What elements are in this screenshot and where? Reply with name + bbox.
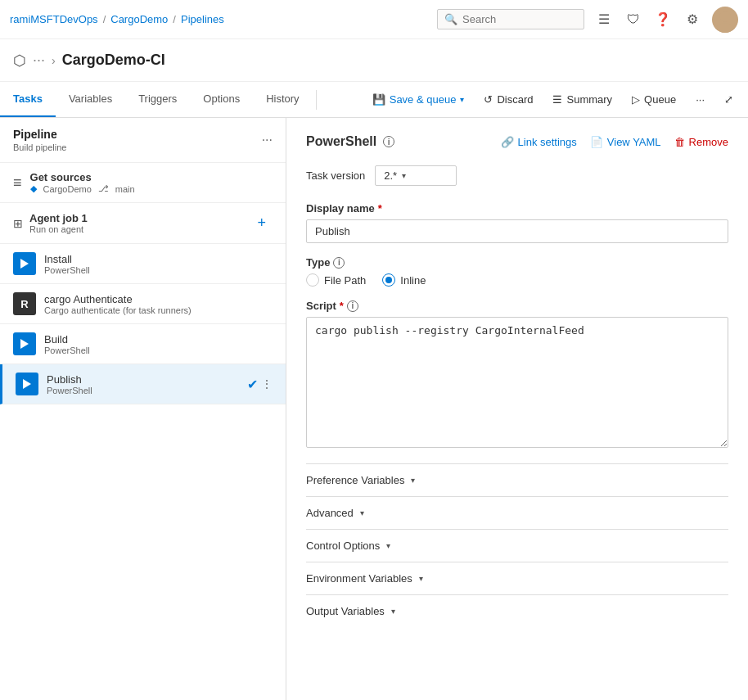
agent-job-left: ⊞ Agent job 1 Run on agent	[13, 212, 88, 234]
remove-button[interactable]: 🗑 Remove	[674, 136, 728, 148]
top-nav-right: 🔍 ☰ 🛡 ❓ ⚙	[437, 7, 738, 33]
breadcrumb-repo[interactable]: CargoDemo	[110, 13, 168, 25]
save-icon: 💾	[372, 93, 385, 106]
cargo-auth-task-icon: R	[13, 292, 36, 315]
script-textarea[interactable]: cargo publish --registry CargoInternalFe…	[306, 317, 728, 448]
page-dots-menu[interactable]: ···	[33, 52, 45, 69]
build-task-icon	[13, 332, 36, 355]
panel-title-info-icon[interactable]: i	[383, 136, 394, 147]
task-item-cargo-authenticate[interactable]: R cargo Authenticate Cargo authenticate …	[0, 284, 286, 324]
list-icon[interactable]: ☰	[594, 10, 614, 29]
radio-inline[interactable]: Inline	[382, 273, 426, 287]
tab-options[interactable]: Options	[190, 82, 253, 117]
panel-title: PowerShell i	[306, 134, 394, 149]
add-task-button[interactable]: +	[250, 211, 273, 235]
radio-file-path-label: File Path	[324, 274, 366, 287]
agent-job-icon: ⊞	[13, 217, 23, 230]
publish-task-label: Publish	[47, 373, 239, 386]
pipeline-dots-menu[interactable]: ···	[262, 133, 273, 147]
help-icon[interactable]: ❓	[653, 10, 673, 29]
output-variables-section[interactable]: Output Variables ▾	[306, 594, 728, 627]
type-radio-group: File Path Inline	[306, 273, 728, 287]
avatar[interactable]	[712, 7, 738, 33]
control-options-section[interactable]: Control Options ▾	[306, 529, 728, 562]
task-item-publish[interactable]: Publish PowerShell ✔ ⋮	[0, 364, 286, 404]
save-and-queue-button[interactable]: 💾 Save & queue ▾	[364, 89, 473, 110]
agent-job-title: Agent job 1	[29, 212, 88, 224]
environment-variables-chevron-icon: ▾	[419, 574, 423, 583]
summary-icon: ☰	[552, 93, 562, 106]
environment-variables-section[interactable]: Environment Variables ▾	[306, 562, 728, 594]
save-and-queue-label: Save & queue	[390, 93, 457, 106]
breadcrumb-sep1: /	[103, 13, 106, 25]
preference-variables-header: Preference Variables ▾	[306, 474, 728, 486]
task-version-select[interactable]: 2.* ▾	[375, 165, 457, 186]
install-task-sublabel: PowerShell	[44, 265, 273, 275]
search-input[interactable]	[462, 13, 577, 25]
build-task-sublabel: PowerShell	[44, 345, 273, 355]
page-header-chevron: ›	[52, 54, 56, 67]
page-title: CargoDemo-CI	[62, 52, 165, 69]
display-name-input[interactable]	[306, 219, 728, 243]
search-box[interactable]: 🔍	[437, 9, 584, 29]
get-sources-label: Get sources	[30, 171, 135, 183]
svg-marker-2	[20, 259, 29, 269]
radio-file-path-circle	[306, 273, 319, 287]
shield-icon[interactable]: 🛡	[624, 10, 643, 29]
task-item-build[interactable]: Build PowerShell	[0, 324, 286, 364]
publish-task-actions: ✔ ⋮	[247, 377, 273, 392]
queue-button[interactable]: ▷ Queue	[624, 89, 684, 110]
sidebar: Pipeline Build pipeline ··· ≡ Get source…	[0, 118, 286, 700]
queue-icon: ▷	[632, 93, 640, 106]
publish-task-sublabel: PowerShell	[47, 386, 239, 395]
remove-icon: 🗑	[674, 136, 685, 148]
type-info-icon[interactable]: i	[333, 257, 345, 269]
discard-button[interactable]: ↺ Discard	[475, 89, 541, 110]
expand-button[interactable]: ⤢	[716, 89, 741, 110]
tab-history[interactable]: History	[253, 82, 312, 117]
install-task-text: Install PowerShell	[44, 253, 273, 275]
script-required: *	[340, 300, 344, 312]
agent-job-header: ⊞ Agent job 1 Run on agent +	[0, 203, 286, 244]
advanced-header: Advanced ▾	[306, 507, 728, 519]
control-options-chevron-icon: ▾	[386, 541, 390, 550]
link-settings-button[interactable]: 🔗 Link settings	[501, 136, 577, 148]
preference-variables-chevron-icon: ▾	[411, 476, 415, 485]
get-sources-branch: main	[115, 184, 135, 194]
summary-button[interactable]: ☰ Summary	[544, 89, 620, 110]
radio-inline-circle	[382, 273, 395, 287]
output-variables-header: Output Variables ▾	[306, 605, 728, 617]
script-info-icon[interactable]: i	[347, 300, 358, 312]
more-button[interactable]: ···	[687, 89, 713, 110]
script-label: Script * i	[306, 300, 728, 312]
radio-inline-label: Inline	[400, 274, 426, 287]
type-label: Type i	[306, 256, 728, 269]
get-sources-item[interactable]: ≡ Get sources ◆ CargoDemo ⎇ main	[0, 163, 286, 203]
task-item-install[interactable]: Install PowerShell	[0, 244, 286, 284]
breadcrumb-pipelines[interactable]: Pipelines	[181, 13, 224, 25]
pipeline-section: Pipeline Build pipeline ···	[0, 118, 286, 163]
tab-bar-left: Tasks Variables Triggers Options History	[0, 82, 313, 117]
agent-job-subtitle: Run on agent	[29, 224, 88, 234]
tab-tasks[interactable]: Tasks	[0, 82, 56, 117]
top-nav: ramiMSFTDevOps / CargoDemo / Pipelines 🔍…	[0, 0, 748, 39]
queue-label: Queue	[644, 93, 676, 106]
view-yaml-button[interactable]: 📄 View YAML	[590, 136, 661, 148]
tab-variables[interactable]: Variables	[56, 82, 125, 117]
install-task-icon	[13, 252, 36, 275]
more-icon: ···	[696, 93, 705, 106]
advanced-section[interactable]: Advanced ▾	[306, 496, 728, 529]
preference-variables-label: Preference Variables	[306, 474, 404, 486]
powershell-title-text: PowerShell	[306, 134, 376, 149]
panel-header: PowerShell i 🔗 Link settings 📄 View YAML…	[306, 134, 728, 149]
breadcrumb-org[interactable]: ramiMSFTDevOps	[10, 13, 98, 25]
task-version-row: Task version 2.* ▾	[306, 165, 728, 186]
settings-icon[interactable]: ⚙	[683, 10, 702, 29]
output-variables-label: Output Variables	[306, 605, 385, 617]
preference-variables-section[interactable]: Preference Variables ▾	[306, 463, 728, 496]
script-group: Script * i cargo publish --registry Carg…	[306, 300, 728, 450]
radio-file-path[interactable]: File Path	[306, 273, 366, 287]
publish-task-more-icon[interactable]: ⋮	[261, 377, 273, 391]
tab-divider	[316, 90, 317, 110]
tab-triggers[interactable]: Triggers	[125, 82, 190, 117]
